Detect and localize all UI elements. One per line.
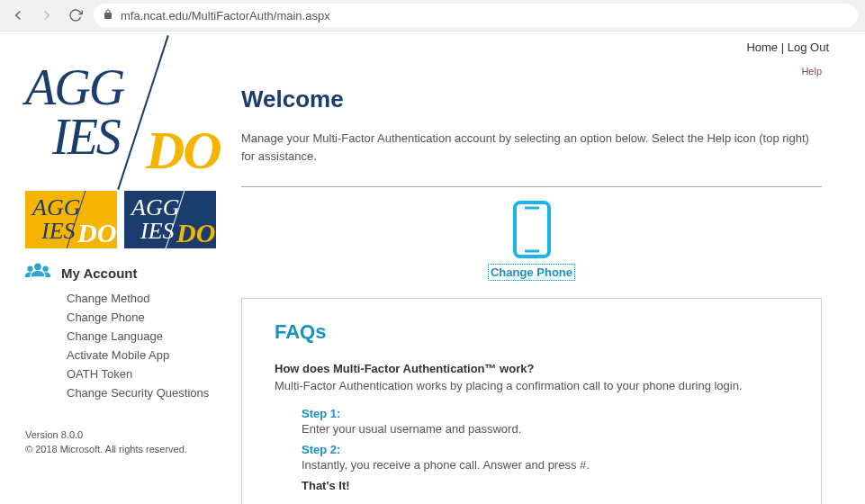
- logout-link[interactable]: Log Out: [788, 40, 829, 54]
- my-account-header: My Account: [25, 262, 216, 284]
- top-links: Home | Log Out: [746, 40, 829, 54]
- faq-steps: Step 1: Enter your usual username and pa…: [275, 407, 788, 492]
- sidebar-footer: Version 8.0.0 © 2018 Microsoft. All righ…: [25, 429, 216, 458]
- copyright-text: © 2018 Microsoft. All rights reserved.: [25, 444, 216, 454]
- back-button[interactable]: [7, 4, 29, 26]
- faq-answer-1: Multi-Factor Authentication works by pla…: [275, 379, 788, 392]
- page-description: Manage your Multi-Factor Authentication …: [241, 130, 822, 165]
- phone-icon: [509, 200, 554, 263]
- people-icon: [25, 262, 50, 284]
- faq-question-1: How does Multi-Factor Authentication™ wo…: [275, 362, 788, 375]
- svg-point-1: [27, 266, 32, 272]
- sidebar-menu: Change Method Change Phone Change Langua…: [25, 289, 216, 402]
- reload-button[interactable]: [65, 4, 86, 26]
- browser-toolbar: mfa.ncat.edu/MultiFactorAuth/main.aspx: [0, 0, 865, 32]
- lock-icon: [103, 9, 113, 22]
- logo: AGG IES DO: [25, 40, 214, 180]
- divider: [241, 186, 822, 187]
- step-final: That's It!: [302, 479, 788, 492]
- square-logo-blue: AGG IES DO: [124, 191, 216, 248]
- my-account-label: My Account: [61, 266, 137, 281]
- step-2-text: Instantly, you receive a phone call. Ans…: [302, 458, 788, 472]
- sidebar-item-oath-token[interactable]: OATH Token: [67, 364, 216, 383]
- page-title: Welcome: [241, 86, 822, 113]
- sidebar-item-change-security-questions[interactable]: Change Security Questions: [67, 383, 216, 402]
- sidebar-item-activate-mobile-app[interactable]: Activate Mobile App: [67, 346, 216, 364]
- square-logos: AGG IES DO AGG IES DO: [25, 191, 216, 248]
- logo-text-do: DO: [146, 120, 221, 182]
- sidebar-item-change-language[interactable]: Change Language: [67, 327, 216, 346]
- phone-block: Change Phone: [241, 200, 822, 280]
- step-2-label: Step 2:: [302, 443, 788, 456]
- home-link[interactable]: Home: [746, 40, 778, 54]
- square-logo-gold: AGG IES DO: [25, 191, 117, 248]
- url-text: mfa.ncat.edu/MultiFactorAuth/main.aspx: [121, 9, 330, 22]
- logo-text-ies: IES: [52, 108, 120, 166]
- sidebar-item-change-method[interactable]: Change Method: [67, 289, 216, 308]
- faq-box: FAQs How does Multi-Factor Authenticatio…: [241, 298, 822, 504]
- svg-point-0: [34, 263, 41, 270]
- help-link[interactable]: Help: [801, 66, 822, 76]
- sidebar-item-change-phone[interactable]: Change Phone: [67, 308, 216, 327]
- forward-button[interactable]: [36, 4, 58, 26]
- svg-point-2: [42, 266, 48, 272]
- step-1-label: Step 1:: [302, 407, 788, 420]
- svg-rect-3: [515, 202, 549, 256]
- main-content: Home | Log Out Help Welcome Manage your …: [216, 32, 865, 504]
- change-phone-link[interactable]: Change Phone: [489, 265, 574, 280]
- step-1-text: Enter your usual username and password.: [302, 422, 788, 436]
- faq-heading: FAQs: [275, 320, 788, 344]
- url-bar[interactable]: mfa.ncat.edu/MultiFactorAuth/main.aspx: [94, 4, 858, 27]
- sidebar: AGG IES DO AGG IES DO AGG IES DO: [0, 32, 216, 504]
- version-text: Version 8.0.0: [25, 429, 216, 440]
